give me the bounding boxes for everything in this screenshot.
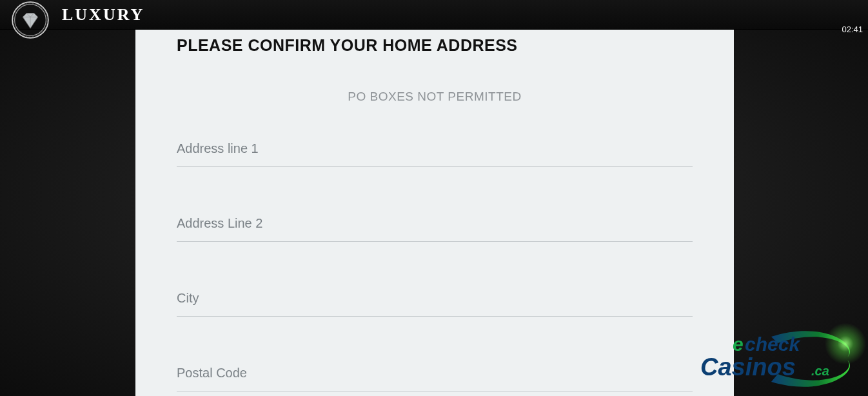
postal-code-field-wrapper: Postal Code bbox=[177, 367, 693, 391]
wm-main: Casinos bbox=[700, 353, 796, 381]
address-line-2-input[interactable] bbox=[177, 217, 693, 242]
wm-rest: check bbox=[745, 333, 800, 355]
postal-code-input[interactable] bbox=[177, 367, 693, 391]
app-header: LUXURY 02:41 bbox=[0, 0, 868, 30]
clock-display: 02:41 bbox=[842, 25, 863, 34]
wm-suffix: .ca bbox=[811, 364, 829, 378]
city-input[interactable] bbox=[177, 292, 693, 317]
po-box-notice: PO BOXES NOT PERMITTED bbox=[177, 90, 693, 104]
brand-name: LUXURY bbox=[62, 5, 144, 25]
diamond-logo-icon bbox=[12, 1, 49, 39]
address-line-1-input[interactable] bbox=[177, 143, 693, 167]
address-line-1-field-wrapper: Address line 1 bbox=[177, 143, 693, 167]
echeck-casinos-watermark: e check Casinos .ca bbox=[694, 325, 862, 392]
address-line-2-field-wrapper: Address Line 2 bbox=[177, 217, 693, 242]
city-field-wrapper: City bbox=[177, 292, 693, 317]
modal-title: PLEASE CONFIRM YOUR HOME ADDRESS bbox=[177, 36, 693, 55]
address-form-modal: PLEASE CONFIRM YOUR HOME ADDRESS PO BOXE… bbox=[135, 30, 734, 396]
wm-prefix: e bbox=[733, 333, 744, 355]
